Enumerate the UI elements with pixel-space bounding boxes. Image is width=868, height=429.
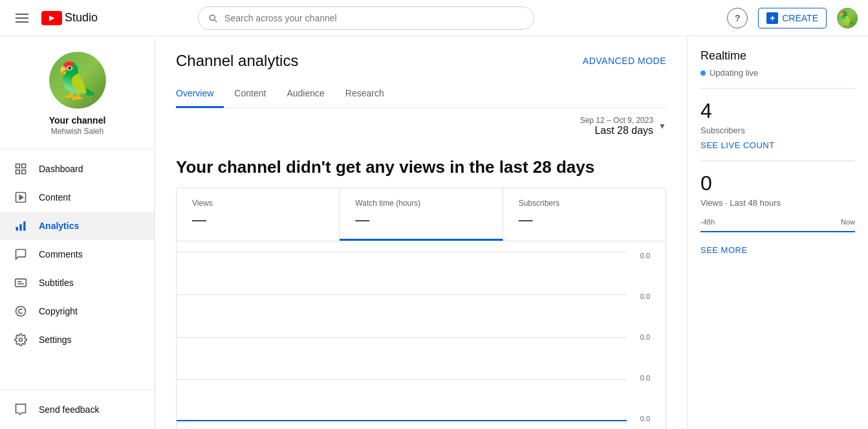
views-realtime-count: 0 xyxy=(700,171,855,195)
create-icon xyxy=(766,12,778,24)
svg-rect-7 xyxy=(19,225,21,231)
search-bar xyxy=(198,6,534,30)
metric-watchtime-value: — xyxy=(355,212,486,228)
subscribers-count: 4 xyxy=(700,99,855,123)
chart-area: 0.0 0.0 0.0 0.0 0.0 Sep 12, ... Sep 17, … xyxy=(177,241,666,429)
grid-line-2 xyxy=(177,294,627,295)
right-panel: Realtime Updating live 4 Subscribers SEE… xyxy=(687,36,868,429)
live-text: Updating live xyxy=(710,68,758,78)
y-label-4: 0.0 xyxy=(640,374,650,382)
y-label-1: 0.0 xyxy=(640,252,650,259)
help-button[interactable]: ? xyxy=(727,8,748,28)
svg-rect-6 xyxy=(16,227,18,231)
metrics-tabs: Views — Watch time (hours) — Subscribers… xyxy=(177,188,666,241)
realtime-divider-1 xyxy=(700,88,855,89)
feedback-icon xyxy=(13,402,28,417)
svg-rect-3 xyxy=(22,170,26,174)
channel-name: Your channel xyxy=(49,115,106,126)
main-layout: 🦜 Your channel Mehwish Saleh Dashboard C… xyxy=(0,36,868,429)
sidebar-item-settings[interactable]: Settings xyxy=(0,325,155,354)
gear-icon xyxy=(13,332,28,347)
views-realtime-label: Views · Last 48 hours xyxy=(700,198,855,208)
header-left: Studio xyxy=(10,8,98,28)
analytics-tabs: Overview Content Audience Research xyxy=(176,80,666,108)
svg-rect-0 xyxy=(16,164,20,168)
copyright-icon xyxy=(13,303,28,319)
date-range-main: Last 28 days xyxy=(594,125,653,136)
metric-tab-views[interactable]: Views — xyxy=(177,188,340,241)
bar-chart-icon xyxy=(13,218,28,234)
sidebar-item-content-label: Content xyxy=(39,192,71,203)
live-indicator: Updating live xyxy=(700,68,855,78)
date-range-dropdown[interactable]: ▼ xyxy=(658,122,666,131)
menu-icon[interactable] xyxy=(10,8,34,28)
subscribers-realtime-label: Subscribers xyxy=(700,126,855,135)
svg-point-13 xyxy=(19,338,23,342)
grid-icon xyxy=(13,161,28,177)
y-label-5: 0.0 xyxy=(640,415,650,423)
sidebar-item-analytics-label: Analytics xyxy=(39,221,79,231)
play-square-icon xyxy=(13,190,28,205)
sidebar-item-copyright[interactable]: Copyright xyxy=(0,297,155,325)
svg-rect-9 xyxy=(16,279,27,287)
grid-line-5 xyxy=(177,422,627,423)
mini-chart xyxy=(700,231,855,232)
metric-tab-subscribers[interactable]: Subscribers — xyxy=(503,188,666,241)
chart-grid xyxy=(177,252,627,423)
tab-overview[interactable]: Overview xyxy=(176,80,224,108)
avatar[interactable] xyxy=(837,8,858,28)
sidebar-item-copyright-label: Copyright xyxy=(39,306,78,316)
youtube-logo[interactable]: Studio xyxy=(41,11,98,25)
app-header: Studio ? CREATE xyxy=(0,0,868,36)
page-title: Channel analytics xyxy=(176,52,298,70)
no-views-message: Your channel didn't get any views in the… xyxy=(176,157,666,177)
see-live-count-button[interactable]: SEE LIVE COUNT xyxy=(700,140,855,150)
sidebar-item-analytics[interactable]: Analytics xyxy=(0,212,155,240)
svg-rect-8 xyxy=(23,221,25,230)
grid-line-1 xyxy=(177,252,627,252)
svg-rect-2 xyxy=(16,170,20,174)
time-axis-right: Now xyxy=(841,218,855,226)
create-button[interactable]: CREATE xyxy=(758,8,827,28)
svg-marker-5 xyxy=(19,195,23,200)
date-range-text: Sep 12 – Oct 9, 2023 Last 28 days xyxy=(580,116,653,137)
tab-audience[interactable]: Audience xyxy=(276,80,334,108)
metric-subscribers-label: Subscribers xyxy=(519,199,650,208)
content-area: Channel analytics ADVANCED MODE Overview… xyxy=(155,36,687,429)
metrics-container: Views — Watch time (hours) — Subscribers… xyxy=(176,188,666,429)
time-axis: -48h Now xyxy=(700,218,855,226)
y-label-3: 0.0 xyxy=(640,333,650,341)
search-input[interactable] xyxy=(198,6,534,30)
svg-rect-1 xyxy=(22,164,26,168)
sidebar: 🦜 Your channel Mehwish Saleh Dashboard C… xyxy=(0,36,155,429)
metric-tab-watch-time[interactable]: Watch time (hours) — xyxy=(340,188,503,241)
sidebar-item-send-feedback[interactable]: Send feedback xyxy=(0,395,155,424)
comment-icon xyxy=(13,247,28,262)
sidebar-item-content[interactable]: Content xyxy=(0,183,155,212)
metric-subscribers-value: — xyxy=(519,212,650,228)
chart-y-axis: 0.0 0.0 0.0 0.0 0.0 xyxy=(640,252,650,423)
sidebar-item-subtitles[interactable]: Subtitles xyxy=(0,269,155,297)
grid-line-3 xyxy=(177,337,627,338)
mini-chart-line xyxy=(700,231,855,232)
sidebar-item-settings-label: Settings xyxy=(39,335,72,345)
sidebar-item-dashboard[interactable]: Dashboard xyxy=(0,155,155,183)
metric-watchtime-label: Watch time (hours) xyxy=(355,199,486,208)
yt-logo-icon xyxy=(41,11,62,25)
advanced-mode-button[interactable]: ADVANCED MODE xyxy=(583,56,666,66)
metric-views-label: Views xyxy=(192,199,323,208)
tab-content[interactable]: Content xyxy=(224,80,276,108)
header-right: ? CREATE xyxy=(727,8,858,28)
tab-research[interactable]: Research xyxy=(335,80,395,108)
sidebar-item-comments[interactable]: Comments xyxy=(0,240,155,269)
realtime-title: Realtime xyxy=(700,49,855,63)
see-more-right-button[interactable]: SEE MORE xyxy=(700,245,855,255)
channel-avatar[interactable]: 🦜 xyxy=(49,52,106,109)
sidebar-item-comments-label: Comments xyxy=(39,249,83,259)
sidebar-item-send-feedback-label: Send feedback xyxy=(39,404,99,415)
sidebar-item-subtitles-label: Subtitles xyxy=(39,278,74,288)
avatar-image xyxy=(837,8,858,28)
channel-info: 🦜 Your channel Mehwish Saleh xyxy=(0,41,155,149)
sidebar-item-dashboard-label: Dashboard xyxy=(39,164,83,174)
page-header: Channel analytics ADVANCED MODE xyxy=(176,52,666,70)
